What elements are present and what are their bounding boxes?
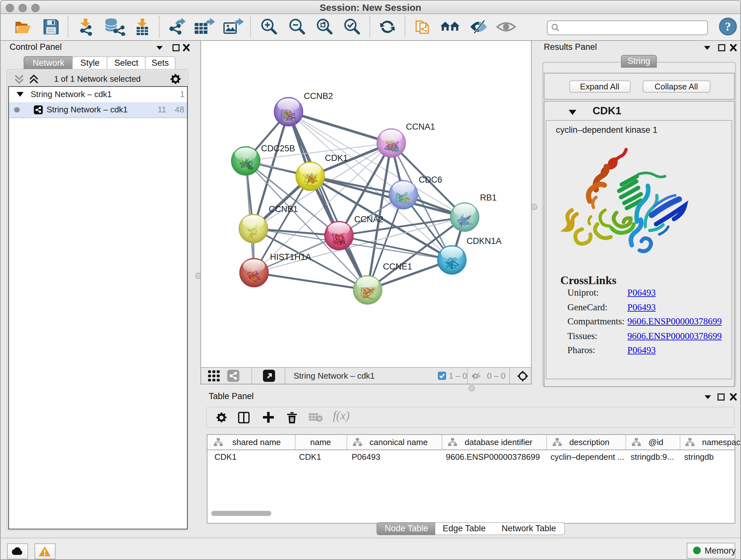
svg-text:CDC25B: CDC25B — [261, 144, 295, 153]
svg-text:CCNA2: CCNA2 — [354, 214, 384, 224]
svg-text:CDKN1A: CDKN1A — [467, 236, 502, 246]
svg-text:CDK1: CDK1 — [325, 153, 348, 163]
svg-text:CCNA1: CCNA1 — [406, 122, 435, 132]
svg-text:CCNE1: CCNE1 — [383, 262, 412, 271]
svg-text:?: ? — [725, 20, 731, 33]
svg-text:CDC6: CDC6 — [419, 175, 442, 185]
svg-text:HIST1H1A: HIST1H1A — [270, 252, 311, 262]
svg-text:RB1: RB1 — [480, 193, 497, 202]
svg-text:CCNB2: CCNB2 — [304, 91, 333, 101]
svg-text:CCNB1: CCNB1 — [269, 204, 298, 214]
